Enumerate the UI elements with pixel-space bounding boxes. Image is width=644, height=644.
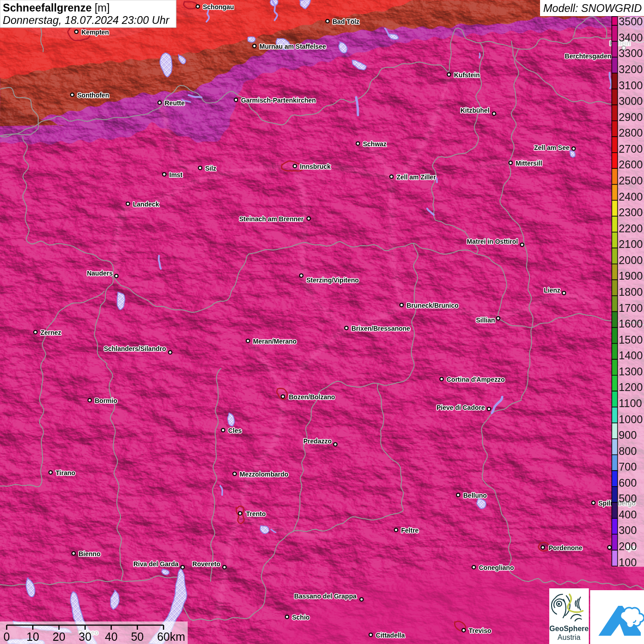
svg-text:Mittersill: Mittersill [516,160,542,167]
svg-text:0: 0 [4,630,10,643]
svg-text:Modell: SNOWGRID: Modell: SNOWGRID [543,2,642,14]
svg-text:2600: 2600 [619,159,643,171]
svg-text:2100: 2100 [619,238,643,250]
svg-text:Schneefallgrenze [m]: Schneefallgrenze [m] [3,2,109,14]
svg-text:1500: 1500 [619,334,643,346]
svg-text:GeoSphere: GeoSphere [549,625,588,632]
svg-text:2500: 2500 [619,175,643,187]
svg-text:Pieve di Cadore: Pieve di Cadore [437,404,485,411]
svg-text:Zell am Ziller: Zell am Ziller [397,173,436,181]
svg-text:Schio: Schio [292,614,310,621]
svg-text:Bad Tölz: Bad Tölz [333,18,359,25]
svg-text:2200: 2200 [619,223,643,235]
svg-text:Cortina d'Ampezzo: Cortina d'Ampezzo [447,376,505,383]
svg-text:Schongau: Schongau [203,3,234,11]
svg-text:Innsbruck: Innsbruck [300,163,331,170]
svg-text:600: 600 [619,477,637,489]
svg-text:Rovereto: Rovereto [192,560,220,568]
svg-text:3500: 3500 [619,16,643,28]
svg-text:Kitzbühel: Kitzbühel [460,107,489,114]
svg-text:1200: 1200 [619,381,643,393]
svg-text:Murnau am Staffelsee: Murnau am Staffelsee [259,43,326,50]
svg-text:Kempten: Kempten [81,29,109,36]
svg-text:Brixen/Bressanone: Brixen/Bressanone [351,325,410,332]
svg-text:30: 30 [79,630,92,643]
svg-text:10: 10 [26,630,39,643]
svg-text:Conegliano: Conegliano [479,564,514,571]
svg-text:Bormio: Bormio [95,397,117,404]
svg-text:1100: 1100 [619,397,642,409]
svg-text:1800: 1800 [619,286,643,298]
svg-text:Cles: Cles [228,427,242,434]
svg-text:200: 200 [619,540,637,552]
svg-text:60km: 60km [157,630,185,643]
svg-text:Donnerstag, 18.07.2024 23:00 U: Donnerstag, 18.07.2024 23:00 Uhr [3,14,170,26]
svg-text:900: 900 [619,429,637,441]
svg-text:800: 800 [619,445,637,457]
svg-text:Nauders: Nauders [87,270,113,277]
svg-text:Kufstein: Kufstein [454,71,480,79]
svg-text:Silz: Silz [205,165,216,172]
svg-text:Zernez: Zernez [40,329,61,336]
svg-text:Pordenone: Pordenone [549,544,582,552]
svg-text:Sonthofen: Sonthofen [77,92,109,99]
svg-text:Bruneck/Brunico: Bruneck/Brunico [407,302,459,309]
svg-text:Sterzing/Vipiteno: Sterzing/Vipiteno [306,276,359,284]
svg-text:3100: 3100 [619,80,643,92]
svg-text:Reutte: Reutte [165,99,185,107]
svg-text:2800: 2800 [619,127,643,139]
svg-text:Lienz: Lienz [544,287,560,294]
svg-text:Bassano del Grappa: Bassano del Grappa [294,592,357,600]
svg-text:Imst: Imst [169,171,183,178]
svg-text:Berchtesgaden: Berchtesgaden [565,52,611,60]
svg-text:Tirano: Tirano [56,469,75,477]
svg-text:1700: 1700 [619,302,643,314]
svg-text:Sillian: Sillian [476,316,495,324]
svg-text:Schwaz: Schwaz [363,140,386,148]
svg-text:3000: 3000 [619,95,643,107]
svg-text:Bozen/Bolzano: Bozen/Bolzano [289,393,335,401]
svg-text:Garmisch-Partenkirchen: Garmisch-Partenkirchen [241,97,316,104]
svg-text:Matrei in Osttirol: Matrei in Osttirol [467,238,518,245]
svg-text:1600: 1600 [619,318,643,330]
svg-text:1000: 1000 [619,414,643,426]
svg-text:Landeck: Landeck [133,201,159,208]
svg-text:700: 700 [619,461,637,473]
svg-text:Steinach am Brenner: Steinach am Brenner [239,215,304,223]
svg-text:400: 400 [619,509,637,521]
svg-text:Austria: Austria [558,633,581,641]
svg-text:1900: 1900 [619,270,643,282]
svg-text:40: 40 [105,630,118,643]
svg-text:Riva del Garda: Riva del Garda [133,560,178,568]
svg-text:Meran/Merano: Meran/Merano [253,338,297,345]
svg-text:1400: 1400 [619,350,643,362]
svg-text:20: 20 [52,630,65,643]
svg-text:Mezzolombardo: Mezzolombardo [240,471,288,478]
svg-text:Treviso: Treviso [469,627,491,634]
svg-text:500: 500 [619,493,637,505]
svg-text:100: 100 [619,557,637,569]
svg-text:Belluno: Belluno [463,492,487,499]
svg-text:3400: 3400 [619,32,643,44]
svg-text:2400: 2400 [619,191,643,203]
svg-text:2700: 2700 [619,143,643,155]
svg-text:50: 50 [131,630,144,643]
svg-text:2900: 2900 [619,111,643,123]
svg-text:Feltre: Feltre [401,527,419,534]
svg-text:300: 300 [619,524,637,536]
svg-text:3200: 3200 [619,63,643,75]
svg-text:Zell am See: Zell am See [534,144,569,151]
svg-text:Cittadella: Cittadella [376,632,405,639]
svg-text:1300: 1300 [619,366,643,378]
svg-text:Trento: Trento [246,510,266,518]
svg-text:2000: 2000 [619,254,643,266]
svg-text:Bienno: Bienno [79,550,100,558]
svg-text:Schlanders/Silandro: Schlanders/Silandro [104,345,166,352]
svg-text:Predazzo: Predazzo [304,437,332,445]
svg-text:2300: 2300 [619,207,643,218]
